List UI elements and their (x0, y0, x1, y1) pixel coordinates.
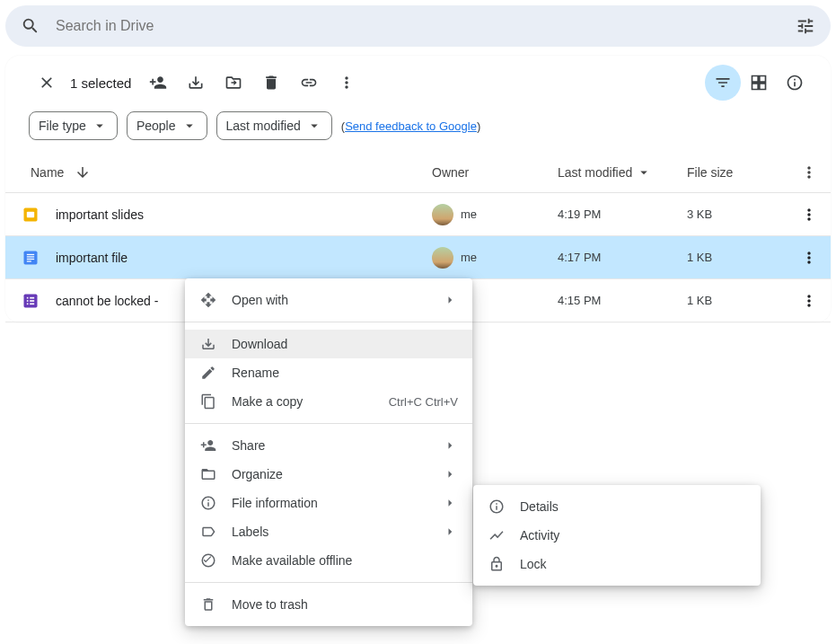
menu-divider (185, 322, 472, 322)
svg-rect-8 (27, 296, 29, 298)
info-icon (199, 494, 217, 512)
feedback-text: (Send feedback to Google) (341, 119, 480, 133)
menu-item-label: File information (232, 496, 427, 510)
menu-item-info[interactable]: File information (185, 489, 472, 517)
owner-label: me (461, 251, 477, 264)
delete-button[interactable] (253, 65, 289, 101)
menu-item-copy[interactable]: Make a copy Ctrl+C Ctrl+V (185, 387, 472, 416)
move-button[interactable] (216, 65, 251, 101)
menu-item-label: Make a copy (232, 394, 374, 409)
submenu-item-label: Activity (520, 528, 746, 543)
svg-rect-4 (27, 256, 34, 257)
menu-item-labels[interactable]: Labels (185, 517, 472, 546)
chevron-right-icon (442, 466, 458, 482)
chip-label: People (136, 119, 176, 133)
avatar (432, 247, 453, 269)
header-kebab-icon[interactable] (798, 162, 820, 183)
submenu-item-label: Lock (520, 557, 746, 571)
link-button[interactable] (291, 65, 327, 101)
menu-item-label: Move to trash (232, 597, 458, 612)
menu-item-rename[interactable]: Rename (185, 358, 472, 387)
search-icon[interactable] (13, 8, 48, 44)
filter-button[interactable] (705, 65, 741, 101)
sort-desc-icon (636, 164, 652, 181)
col-owner[interactable]: Owner (432, 165, 558, 180)
info-icon (488, 498, 506, 516)
row-kebab-button[interactable] (798, 290, 820, 312)
svg-rect-11 (30, 300, 34, 302)
svg-rect-12 (27, 303, 29, 304)
chevron-right-icon (442, 495, 458, 511)
download-icon (199, 335, 217, 353)
grid-view-button[interactable] (741, 65, 777, 101)
menu-divider (185, 423, 472, 424)
menu-item-label: Open with (232, 293, 427, 307)
feedback-link[interactable]: Send feedback to Google (345, 119, 477, 133)
share-icon (199, 437, 217, 454)
menu-item-share[interactable]: Share (185, 431, 472, 460)
menu-divider (185, 582, 472, 583)
chevron-down-icon (181, 118, 198, 134)
download-button[interactable] (178, 65, 214, 101)
labels-icon (199, 523, 217, 541)
search-input[interactable] (48, 18, 788, 34)
chevron-down-icon (306, 118, 322, 134)
chip-last-modified[interactable]: Last modified (216, 111, 332, 140)
forms-file-icon (5, 292, 56, 310)
modified-cell: 4:15 PM (558, 294, 687, 307)
sort-asc-icon (75, 164, 91, 181)
share-button[interactable] (140, 65, 176, 101)
menu-item-open-with[interactable]: Open with (185, 286, 472, 314)
chevron-down-icon (92, 118, 108, 134)
offline-icon (199, 551, 217, 569)
file-name: important file (56, 251, 432, 265)
activity-icon (488, 526, 506, 544)
menu-item-label: Labels (232, 525, 427, 539)
submenu-item-lock[interactable]: Lock (473, 550, 761, 578)
menu-item-label: Make available offline (232, 553, 458, 568)
menu-item-trash[interactable]: Move to trash (185, 590, 472, 619)
col-actions[interactable] (788, 162, 831, 183)
menu-item-download[interactable]: Download (185, 330, 472, 358)
svg-rect-10 (27, 300, 29, 302)
row-kebab-button[interactable] (798, 204, 820, 225)
filter-chips: File type People Last modified (Send fee… (5, 104, 831, 153)
owner-cell: me (432, 204, 558, 225)
menu-item-label: Share (232, 438, 427, 453)
col-file-size[interactable]: File size (687, 165, 788, 180)
submenu-item-info[interactable]: Details (473, 492, 761, 521)
search-bar (5, 5, 831, 47)
chip-label: File type (39, 119, 86, 133)
close-selection-button[interactable] (29, 65, 65, 101)
file-row[interactable]: important slides me 4:19 PM 3 KB (5, 193, 831, 236)
menu-item-organize[interactable]: Organize (185, 460, 472, 489)
svg-rect-5 (27, 258, 34, 259)
submenu-item-activity[interactable]: Activity (473, 521, 761, 550)
col-name[interactable]: Name (5, 164, 432, 181)
chevron-right-icon (442, 292, 458, 308)
menu-item-label: Organize (232, 467, 427, 481)
selection-count-label: 1 selected (70, 75, 131, 91)
chip-people[interactable]: People (127, 111, 207, 140)
file-name: important slides (56, 207, 432, 222)
chip-file-type[interactable]: File type (29, 111, 118, 140)
chevron-right-icon (442, 524, 458, 540)
svg-rect-2 (24, 251, 38, 264)
copy-icon (199, 393, 217, 410)
row-kebab-button[interactable] (798, 247, 820, 269)
submenu-file-information: Details Activity Lock (473, 485, 761, 586)
col-lastmod-label: Last modified (558, 165, 632, 180)
col-last-modified[interactable]: Last modified (558, 164, 687, 181)
more-actions-button[interactable] (329, 65, 365, 101)
svg-rect-9 (30, 296, 34, 298)
file-row[interactable]: important file me 4:17 PM 1 KB (5, 236, 831, 279)
toolbar-left: 1 selected (29, 65, 365, 101)
menu-item-label: Rename (232, 366, 458, 380)
search-options-icon[interactable] (788, 8, 823, 44)
owner-label: me (461, 207, 477, 221)
submenu-item-label: Details (520, 499, 746, 514)
info-button[interactable] (777, 65, 813, 101)
open-with-icon (199, 291, 217, 309)
menu-item-offline[interactable]: Make available offline (185, 546, 472, 575)
svg-rect-3 (27, 253, 34, 254)
